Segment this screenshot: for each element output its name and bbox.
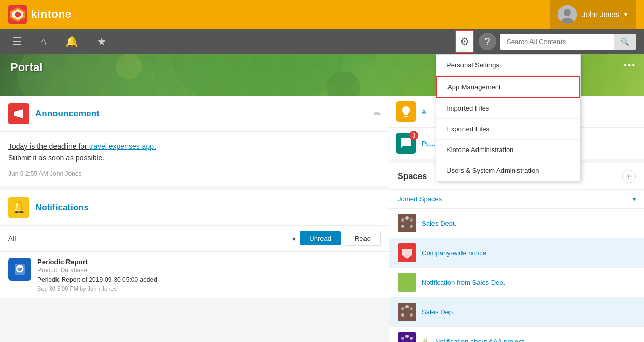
search-icon: 🔍	[621, 38, 629, 46]
menu-icon[interactable]: ☰	[8, 31, 26, 52]
announcement-submit-text: Submit it as soon as possible.	[8, 154, 381, 162]
dropdown-users-admin[interactable]: Users & System Administration	[436, 160, 580, 181]
space-item-3[interactable]: Notification from Sales Dep.	[389, 268, 644, 297]
user-area[interactable]: John Jones ▾	[550, 0, 636, 29]
announcement-section: Announcement ✏ Today is the deadline for…	[0, 96, 389, 186]
kintone-logo-icon	[8, 5, 27, 24]
svg-point-5	[564, 9, 571, 16]
dropdown-kintone-admin[interactable]: Kintone Administration	[436, 140, 580, 160]
space-icon-2	[398, 243, 416, 262]
notification-meta: Sep 30 5:00 PM by John Jones	[37, 285, 159, 292]
star-icon[interactable]: ★	[93, 31, 110, 52]
lock-icon: 🔒	[422, 338, 429, 343]
help-icon-button[interactable]: ?	[479, 33, 496, 50]
gear-icon-button[interactable]: ⚙	[455, 30, 474, 53]
svg-point-10	[116, 54, 142, 79]
bell-icon[interactable]: 🔔	[61, 31, 82, 52]
dropdown-menu: Personal Settings App Management Importe…	[436, 54, 581, 181]
svg-marker-12	[14, 109, 23, 118]
app-label-1: A	[422, 108, 426, 116]
space-item-5[interactable]: 🔒 Notification about AAA project	[389, 327, 644, 342]
space-icon-3	[398, 273, 416, 292]
dropdown-app-management[interactable]: App Management	[436, 76, 580, 98]
announcement-meta: Jun 6 2:55 AM John Jones	[8, 170, 381, 177]
space-name-2: Company-wide notice	[422, 249, 486, 257]
home-icon[interactable]: ⌂	[36, 32, 51, 52]
announcement-link[interactable]: travel expenses app.	[89, 142, 156, 151]
help-icon: ?	[484, 36, 490, 48]
space-name-4: Sales Dep.	[422, 308, 455, 316]
unread-button[interactable]: Unread	[300, 231, 341, 245]
svg-point-34	[410, 337, 413, 340]
joined-spaces-header[interactable]: Joined Spaces ▾	[389, 190, 644, 209]
notification-subtitle: Product Database	[37, 267, 159, 274]
announcement-edit-icon[interactable]: ✏	[374, 109, 381, 119]
logo-text: kintone	[31, 8, 72, 20]
svg-point-29	[401, 313, 404, 317]
announcement-title: Announcement	[35, 108, 368, 119]
search-button[interactable]: 🔍	[614, 34, 636, 50]
joined-spaces-chevron: ▾	[633, 196, 636, 203]
chevron-down-icon: ▾	[624, 11, 627, 18]
notifications-section: 🔔 Notifications All ▾ Unread Read	[0, 190, 389, 298]
space-item-2[interactable]: Company-wide notice	[389, 238, 644, 268]
svg-point-27	[405, 305, 409, 308]
space-name-5: Notification about AAA project	[435, 338, 524, 343]
notification-app-icon	[8, 258, 31, 281]
search-area: ⚙ ? 🔍	[455, 30, 636, 53]
space-name-3: Notification from Sales Dep.	[422, 279, 505, 286]
navbar: ☰ ⌂ 🔔 ★ ⚙ ? 🔍	[0, 29, 644, 54]
notification-item: Periodic Report Product Database Periodi…	[0, 252, 389, 298]
space-item-1[interactable]: Sales Dept.	[389, 209, 644, 238]
space-name-1: Sales Dept.	[422, 220, 456, 227]
notification-content: Periodic Report Product Database Periodi…	[37, 258, 159, 292]
dropdown-imported-files[interactable]: Imported Files	[436, 98, 580, 119]
announcement-body: Today is the deadline for travel expense…	[0, 132, 389, 186]
search-input[interactable]	[500, 34, 614, 50]
user-name: John Jones	[582, 10, 619, 19]
header: kintone John Jones ▾	[0, 0, 644, 29]
avatar	[558, 5, 577, 24]
logo-area: kintone	[8, 5, 550, 24]
announcement-prefix: Today is the deadline for	[8, 142, 89, 151]
space-icon-1	[398, 214, 416, 232]
svg-point-33	[405, 335, 409, 338]
svg-point-18	[401, 218, 404, 222]
notification-title: Periodic Report	[37, 258, 159, 266]
gear-icon: ⚙	[460, 36, 469, 47]
read-button[interactable]: Read	[345, 231, 381, 246]
svg-rect-15	[18, 266, 21, 268]
filter-all-label: All	[8, 235, 288, 242]
svg-point-30	[410, 313, 413, 317]
announcement-header: Announcement ✏	[0, 96, 389, 132]
svg-point-22	[410, 225, 413, 228]
svg-point-28	[410, 307, 413, 310]
app-badge: 3	[409, 131, 418, 140]
announcement-icon	[8, 103, 29, 124]
svg-point-8	[172, 54, 343, 96]
svg-point-26	[401, 307, 404, 310]
svg-rect-24	[398, 273, 416, 292]
svg-point-21	[401, 225, 404, 228]
left-panel: Announcement ✏ Today is the deadline for…	[0, 96, 389, 342]
portal-title: Portal	[10, 61, 43, 74]
space-item-4[interactable]: Sales Dep.	[389, 297, 644, 327]
portal-more-button[interactable]: •••	[624, 61, 636, 70]
dropdown-personal-settings[interactable]: Personal Settings	[436, 55, 580, 76]
notification-body: Periodic Report of 2019-09-30 05:00 adde…	[37, 276, 159, 283]
app-icon-box-2: 3	[396, 133, 416, 154]
notifications-header: 🔔 Notifications	[0, 190, 389, 226]
search-box: 🔍	[500, 34, 636, 50]
spaces-add-button[interactable]: +	[622, 170, 636, 183]
space-icon-4	[398, 303, 416, 321]
spaces-section: Spaces + Joined Spaces ▾	[389, 163, 644, 342]
svg-point-19	[405, 216, 409, 220]
dropdown-exported-files[interactable]: Exported Files	[436, 119, 580, 140]
svg-point-20	[410, 218, 413, 222]
joined-spaces-label: Joined Spaces	[398, 195, 633, 203]
notifications-title: Notifications	[35, 202, 89, 213]
space-icon-5	[398, 332, 416, 342]
notifications-icon: 🔔	[8, 197, 29, 218]
filter-dropdown-icon[interactable]: ▾	[292, 235, 296, 242]
svg-point-32	[401, 337, 404, 340]
